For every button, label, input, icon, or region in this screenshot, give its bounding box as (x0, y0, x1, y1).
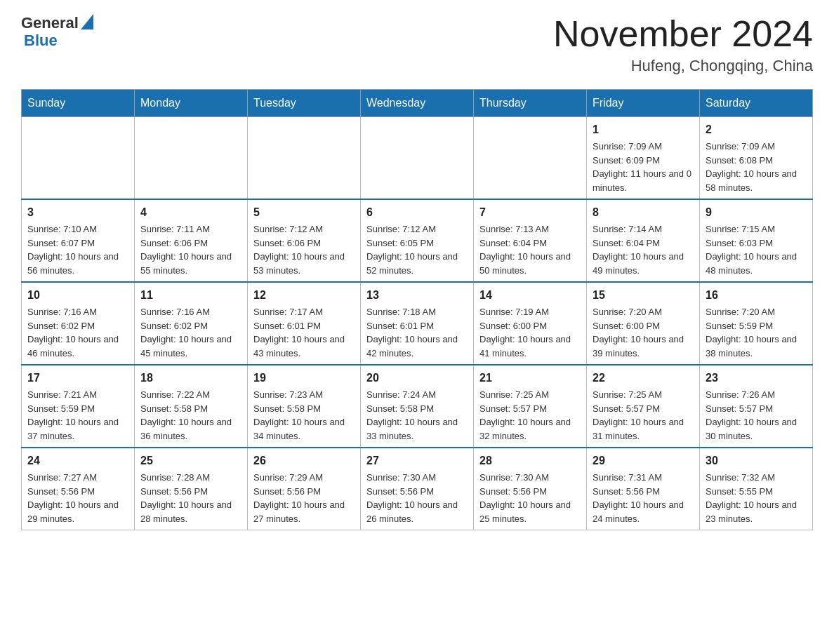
day-info: Daylight: 10 hours and 42 minutes. (366, 333, 468, 360)
day-info: Daylight: 10 hours and 27 minutes. (253, 498, 355, 525)
calendar-cell: 24Sunrise: 7:27 AMSunset: 5:56 PMDayligh… (22, 448, 135, 530)
day-info: Sunrise: 7:20 AM (593, 305, 694, 319)
calendar-cell: 3Sunrise: 7:10 AMSunset: 6:07 PMDaylight… (22, 199, 135, 282)
calendar-cell: 28Sunrise: 7:30 AMSunset: 5:56 PMDayligh… (474, 448, 587, 530)
day-info: Sunrise: 7:17 AM (253, 305, 355, 319)
day-info: Sunset: 5:56 PM (366, 485, 468, 499)
day-number: 24 (27, 452, 128, 469)
day-number: 10 (27, 287, 128, 304)
day-number: 22 (593, 370, 694, 387)
day-number: 23 (706, 370, 807, 387)
calendar-week-row: 17Sunrise: 7:21 AMSunset: 5:59 PMDayligh… (22, 365, 813, 448)
calendar-cell: 4Sunrise: 7:11 AMSunset: 6:06 PMDaylight… (135, 199, 248, 282)
logo-triangle-icon (81, 14, 93, 29)
calendar-cell: 6Sunrise: 7:12 AMSunset: 6:05 PMDaylight… (361, 199, 474, 282)
day-info: Sunrise: 7:14 AM (593, 222, 694, 236)
calendar-cell: 23Sunrise: 7:26 AMSunset: 5:57 PMDayligh… (700, 365, 813, 448)
calendar-cell: 20Sunrise: 7:24 AMSunset: 5:58 PMDayligh… (361, 365, 474, 448)
calendar-cell: 7Sunrise: 7:13 AMSunset: 6:04 PMDaylight… (474, 199, 587, 282)
day-info: Daylight: 10 hours and 58 minutes. (706, 167, 807, 194)
day-info: Sunset: 5:56 PM (140, 485, 241, 499)
day-number: 4 (140, 204, 241, 221)
day-info: Daylight: 10 hours and 33 minutes. (366, 415, 468, 443)
day-info: Daylight: 10 hours and 50 minutes. (479, 250, 581, 277)
weekday-header-thursday: Thursday (474, 90, 587, 117)
month-title: November 2024 (553, 14, 813, 54)
day-number: 28 (479, 452, 581, 469)
day-info: Daylight: 10 hours and 38 minutes. (706, 333, 807, 360)
day-number: 27 (366, 452, 468, 469)
day-info: Sunrise: 7:16 AM (27, 305, 128, 319)
calendar-week-row: 1Sunrise: 7:09 AMSunset: 6:09 PMDaylight… (22, 117, 813, 200)
day-info: Sunrise: 7:25 AM (479, 388, 581, 402)
calendar-cell (474, 117, 587, 200)
day-info: Sunrise: 7:09 AM (706, 140, 807, 154)
day-info: Sunset: 5:58 PM (253, 402, 355, 416)
day-number: 2 (706, 121, 807, 138)
day-info: Sunrise: 7:22 AM (140, 388, 241, 402)
day-number: 14 (479, 287, 581, 304)
calendar-cell: 10Sunrise: 7:16 AMSunset: 6:02 PMDayligh… (22, 282, 135, 365)
logo-general-text: General (21, 15, 79, 32)
day-number: 29 (593, 452, 694, 469)
day-info: Sunrise: 7:28 AM (140, 471, 241, 485)
day-number: 8 (593, 204, 694, 221)
calendar-cell: 11Sunrise: 7:16 AMSunset: 6:02 PMDayligh… (135, 282, 248, 365)
calendar-cell: 12Sunrise: 7:17 AMSunset: 6:01 PMDayligh… (248, 282, 361, 365)
calendar-cell: 13Sunrise: 7:18 AMSunset: 6:01 PMDayligh… (361, 282, 474, 365)
day-info: Daylight: 10 hours and 46 minutes. (27, 333, 128, 360)
calendar-cell (22, 117, 135, 200)
day-info: Sunset: 6:06 PM (253, 236, 355, 250)
svg-marker-0 (81, 14, 93, 29)
day-info: Sunrise: 7:16 AM (140, 305, 241, 319)
day-number: 21 (479, 370, 581, 387)
day-info: Daylight: 10 hours and 55 minutes. (140, 250, 241, 277)
day-info: Daylight: 10 hours and 48 minutes. (706, 250, 807, 277)
day-info: Sunset: 6:05 PM (366, 236, 468, 250)
day-info: Sunset: 6:02 PM (140, 319, 241, 333)
calendar-table: SundayMondayTuesdayWednesdayThursdayFrid… (21, 89, 813, 530)
calendar-cell: 8Sunrise: 7:14 AMSunset: 6:04 PMDaylight… (587, 199, 700, 282)
day-number: 9 (706, 204, 807, 221)
day-info: Sunset: 6:01 PM (366, 319, 468, 333)
title-block: November 2024 Hufeng, Chongqing, China (553, 14, 813, 75)
day-info: Sunrise: 7:11 AM (140, 222, 241, 236)
day-info: Daylight: 11 hours and 0 minutes. (593, 167, 694, 194)
day-number: 26 (253, 452, 355, 469)
day-info: Sunrise: 7:18 AM (366, 305, 468, 319)
day-info: Sunset: 6:00 PM (593, 319, 694, 333)
day-info: Sunrise: 7:29 AM (253, 471, 355, 485)
day-info: Sunrise: 7:20 AM (706, 305, 807, 319)
calendar-cell: 19Sunrise: 7:23 AMSunset: 5:58 PMDayligh… (248, 365, 361, 448)
day-info: Sunrise: 7:21 AM (27, 388, 128, 402)
calendar-cell: 2Sunrise: 7:09 AMSunset: 6:08 PMDaylight… (700, 117, 813, 200)
day-number: 11 (140, 287, 241, 304)
calendar-week-row: 24Sunrise: 7:27 AMSunset: 5:56 PMDayligh… (22, 448, 813, 530)
day-info: Sunset: 5:59 PM (706, 319, 807, 333)
day-number: 18 (140, 370, 241, 387)
day-info: Sunset: 5:57 PM (593, 402, 694, 416)
day-number: 3 (27, 204, 128, 221)
day-info: Sunrise: 7:24 AM (366, 388, 468, 402)
calendar-week-row: 3Sunrise: 7:10 AMSunset: 6:07 PMDaylight… (22, 199, 813, 282)
day-info: Daylight: 10 hours and 26 minutes. (366, 498, 468, 525)
day-info: Daylight: 10 hours and 52 minutes. (366, 250, 468, 277)
day-number: 19 (253, 370, 355, 387)
day-number: 15 (593, 287, 694, 304)
day-number: 25 (140, 452, 241, 469)
day-info: Daylight: 10 hours and 49 minutes. (593, 250, 694, 277)
day-info: Sunset: 6:09 PM (593, 154, 694, 168)
calendar-cell: 29Sunrise: 7:31 AMSunset: 5:56 PMDayligh… (587, 448, 700, 530)
day-info: Sunrise: 7:32 AM (706, 471, 807, 485)
day-info: Daylight: 10 hours and 56 minutes. (27, 250, 128, 277)
day-info: Sunset: 5:58 PM (366, 402, 468, 416)
calendar-cell (135, 117, 248, 200)
calendar-cell: 17Sunrise: 7:21 AMSunset: 5:59 PMDayligh… (22, 365, 135, 448)
day-info: Sunrise: 7:12 AM (366, 222, 468, 236)
day-info: Sunset: 6:03 PM (706, 236, 807, 250)
calendar-cell: 5Sunrise: 7:12 AMSunset: 6:06 PMDaylight… (248, 199, 361, 282)
day-info: Sunset: 6:02 PM (27, 319, 128, 333)
day-info: Daylight: 10 hours and 39 minutes. (593, 333, 694, 360)
day-info: Daylight: 10 hours and 36 minutes. (140, 415, 241, 443)
day-info: Sunset: 5:56 PM (479, 485, 581, 499)
